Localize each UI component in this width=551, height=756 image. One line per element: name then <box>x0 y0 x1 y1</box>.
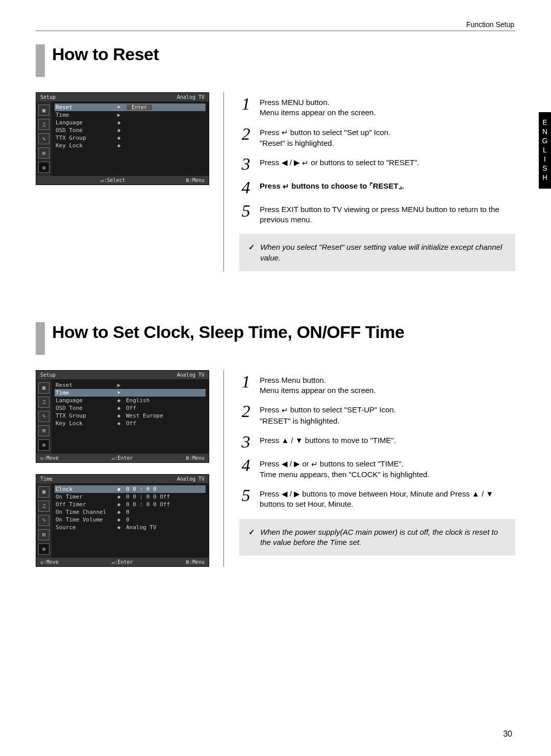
osd-body: ▣♫✎⊞✿ Clock◆0 0 : 0 0 On Timer◆0 0 : 0 0… <box>36 483 209 558</box>
page: Function Setup ENGLISH How to Reset Setu… <box>0 0 551 756</box>
osd-tab-icon: ✎ <box>38 411 49 422</box>
note-text: When the power supply(AC main power) is … <box>260 527 506 548</box>
step: 3 Press ◀ / ▶ ↵ or buttons to select to … <box>239 157 515 172</box>
osd-header: SetupAnalog TV <box>36 93 209 101</box>
section2-steps: 1 Press Menu button.Menu items appear on… <box>223 370 515 567</box>
section1-title: How to Reset <box>52 44 159 64</box>
section1-block: SetupAnalog TV ▣♫✎⊞✿ Reset➤Enter Time▶ L… <box>36 92 515 271</box>
osd-row: On Time Volume◆0 <box>55 516 206 524</box>
osd-tab-icon: ✎ <box>38 133 49 144</box>
osd-tab-icon: ✿ <box>38 439 49 451</box>
osd-list: Clock◆0 0 : 0 0 On Timer◆0 0 : 0 0 Off O… <box>52 483 209 558</box>
section2-block: SetupAnalog TV ▣♫✎⊞✿ Reset▶ Time➤ Langua… <box>36 370 515 567</box>
step: 3 Press ▲ / ▼ buttons to move to "TIME". <box>239 434 515 450</box>
step: 1 Press Menu button.Menu items appear on… <box>239 374 515 396</box>
osd-tab-icon: ✎ <box>38 515 49 526</box>
section2-title: How to Set Clock, Sleep Time, ON/OFF Tim… <box>52 322 405 342</box>
step: 5 Press EXIT button to TV viewing or pre… <box>239 203 515 225</box>
step-text: Press ◀ / ▶ ↵ or buttons to select to "R… <box>260 157 419 168</box>
divider <box>36 31 515 31</box>
osd-tab-icon: ⊞ <box>38 425 49 436</box>
osd-body: ▣♫✎⊞✿ Reset➤Enter Time▶ Language◆ OSD To… <box>36 101 209 176</box>
step-number: 5 <box>239 488 253 503</box>
step-text: Press ◀ / ▶ buttons to move between Hour… <box>260 488 515 510</box>
header-category: Function Setup <box>36 20 515 29</box>
osd-body: ▣♫✎⊞✿ Reset▶ Time➤ Language◆English OSD … <box>36 379 209 454</box>
osd-footer: ◇:Move ↵:Enter Ⅲ:Menu <box>36 558 209 566</box>
osd-tab-icon: ⊞ <box>38 529 49 540</box>
page-number: 30 <box>503 729 512 739</box>
heading-bar <box>36 322 45 355</box>
osd-icon-bar: ▣♫✎⊞✿ <box>36 483 52 558</box>
osd-tab-icon: ▣ <box>38 382 49 394</box>
osd-icon-bar: ▣♫✎⊞✿ <box>36 101 52 176</box>
osd-row: On Time Channel◆0 <box>55 508 206 516</box>
step: 1 Press MENU button.Menu items appear on… <box>239 96 515 118</box>
osd-row: On Timer◆0 0 : 0 0 Off <box>55 493 206 501</box>
step: 2 Press ↵ button to select "SET-UP" Icon… <box>239 404 515 426</box>
section1-steps: 1 Press MENU button.Menu items appear on… <box>223 92 515 271</box>
step-text: Press ▲ / ▼ buttons to move to "TIME". <box>260 434 396 446</box>
step-number: 4 <box>239 180 253 195</box>
section2-heading: How to Set Clock, Sleep Time, ON/OFF Tim… <box>36 322 515 355</box>
step-text: Press ↵ buttons to choose to ⌜RESET⌟. <box>260 180 404 192</box>
step-number: 3 <box>239 434 253 450</box>
heading-bar <box>36 44 45 77</box>
step-text: Press Menu button.Menu items appear on t… <box>260 374 376 396</box>
osd-row: Reset➤Enter <box>55 103 206 111</box>
note-text: When you select "Reset" user setting val… <box>260 242 506 263</box>
step-text: Press EXIT button to TV viewing or press… <box>260 203 515 225</box>
osd-tab-icon: ♫ <box>38 397 49 408</box>
step: 4 Press ◀ / ▶ or ↵ buttons to select "TI… <box>239 458 515 480</box>
osd-row: Language◆English <box>55 397 206 404</box>
osd-row: Time▶ <box>55 111 206 119</box>
osd-tab-icon: ▣ <box>38 486 49 498</box>
osd-screenshot-time: TimeAnalog TV ▣♫✎⊞✿ Clock◆0 0 : 0 0 On T… <box>36 474 209 567</box>
osd-row: Source◆Analog TV <box>55 524 206 531</box>
note-box: ✓ When the power supply(AC main power) i… <box>239 519 515 556</box>
osd-list: Reset▶ Time➤ Language◆English OSD Tone◆O… <box>52 379 209 454</box>
osd-tab-icon: ▣ <box>38 105 49 116</box>
osd-row: Key Lock◆ <box>55 142 206 149</box>
language-tab: ENGLISH <box>539 112 551 189</box>
step-text: Press ◀ / ▶ or ↵ buttons to select "TIME… <box>260 458 430 480</box>
step-number: 4 <box>239 458 253 473</box>
step-number: 3 <box>239 157 253 172</box>
step: 2 Press ↵ button to select "Set up" Icon… <box>239 126 515 148</box>
osd-row: OSD Tone◆Off <box>55 404 206 412</box>
step-number: 2 <box>239 404 253 419</box>
osd-column: SetupAnalog TV ▣♫✎⊞✿ Reset▶ Time➤ Langua… <box>36 370 209 567</box>
osd-row: OSD Tone◆ <box>55 126 206 134</box>
step-number: 5 <box>239 203 253 219</box>
osd-footer: ↵:Select Ⅲ:Menu <box>36 176 209 185</box>
step: 5 Press ◀ / ▶ buttons to move between Ho… <box>239 488 515 510</box>
step-text: Press MENU button.Menu items appear on t… <box>260 96 376 118</box>
note-box: ✓ When you select "Reset" user setting v… <box>239 234 515 271</box>
osd-screenshot-setup: SetupAnalog TV ▣♫✎⊞✿ Reset➤Enter Time▶ L… <box>36 92 209 185</box>
osd-row: Off Timer◆0 0 : 0 0 Off <box>55 501 206 508</box>
osd-tab-icon: ♫ <box>38 501 49 512</box>
step-number: 1 <box>239 374 253 389</box>
step-number: 1 <box>239 96 253 112</box>
osd-row: Key Lock◆Off <box>55 420 206 427</box>
osd-icon-bar: ▣♫✎⊞✿ <box>36 379 52 454</box>
osd-row: TTX Group◆West Europe <box>55 412 206 420</box>
osd-tab-icon: ✿ <box>38 543 49 555</box>
osd-screenshot-setup2: SetupAnalog TV ▣♫✎⊞✿ Reset▶ Time➤ Langua… <box>36 370 209 463</box>
osd-list: Reset➤Enter Time▶ Language◆ OSD Tone◆ TT… <box>52 101 209 176</box>
step-text: Press ↵ button to select "SET-UP" Icon."… <box>260 404 396 426</box>
step-number: 2 <box>239 126 253 142</box>
section1-heading: How to Reset <box>36 44 515 77</box>
osd-row: Language◆ <box>55 119 206 126</box>
osd-tab-icon: ✿ <box>38 162 49 173</box>
check-icon: ✓ <box>248 527 255 548</box>
osd-footer: ◇:Move ↵:Enter Ⅲ:Menu <box>36 454 209 462</box>
osd-tab-icon: ⊞ <box>38 147 49 159</box>
step-text: Press ↵ button to select "Set up" Icon."… <box>260 126 390 148</box>
osd-row: Clock◆0 0 : 0 0 <box>55 485 206 493</box>
osd-header: SetupAnalog TV <box>36 371 209 379</box>
osd-header: TimeAnalog TV <box>36 475 209 483</box>
step: 4 Press ↵ buttons to choose to ⌜RESET⌟. <box>239 180 515 195</box>
check-icon: ✓ <box>248 242 255 263</box>
osd-row: TTX Group◆ <box>55 134 206 142</box>
